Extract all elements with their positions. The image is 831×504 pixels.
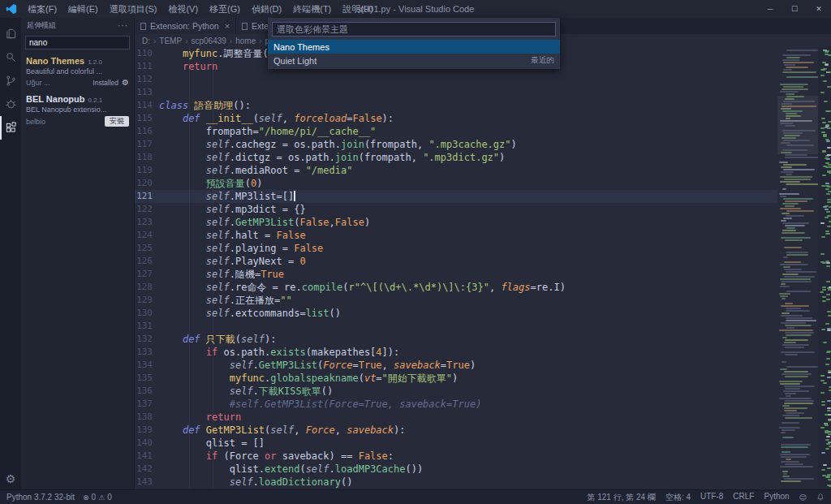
code-line-121[interactable]: 121 self.MP3list=[]: [135, 190, 777, 203]
code-line-112[interactable]: 112: [135, 73, 777, 86]
code-area[interactable]: 110 myfunc.調整音量( s111 return112113114cla…: [135, 47, 777, 489]
python-interpreter-status[interactable]: Python 3.7.2 32-bit: [6, 493, 75, 502]
extensions-icon[interactable]: [0, 116, 21, 140]
menu-item-8[interactable]: 說明(H): [337, 0, 378, 18]
status-item-5[interactable]: Python: [764, 492, 789, 503]
more-actions-icon[interactable]: ···: [118, 21, 128, 30]
line-number: 136: [135, 385, 159, 398]
error-icon: ⊗: [83, 493, 89, 502]
menu-item-1[interactable]: 檔案(F): [22, 0, 62, 18]
extension-install-button[interactable]: 安裝: [105, 116, 129, 127]
extension-list-item[interactable]: BEL Nanopub0.2.1BEL Nanopub extensio...b…: [21, 91, 134, 131]
code-line-135[interactable]: 135 myfunc.globalspeakname(vt="開始下載歌單"): [135, 372, 777, 385]
status-item-4[interactable]: CRLF: [733, 492, 754, 503]
status-item-1[interactable]: 第 121 行, 第 24 欄: [587, 492, 655, 503]
code-line-126[interactable]: 126 self.PlayNext = 0: [135, 255, 777, 268]
code-line-113[interactable]: 113: [135, 86, 777, 99]
code-line-122[interactable]: 122 self.mp3dict = {}: [135, 203, 777, 216]
code-line-115[interactable]: 115 def __init__(self, forceload=False):: [135, 112, 777, 125]
code-line-114[interactable]: 114class 語音助理():: [135, 99, 777, 112]
code-line-128[interactable]: 128 self.re命令 = re.compile(r"^\[(\d+\.*\…: [135, 281, 777, 294]
code-line-117[interactable]: 117 self.cachegz = os.path.join(frompath…: [135, 138, 777, 151]
code-line-139[interactable]: 139 def GetMP3List(self, Force, saveback…: [135, 424, 777, 437]
search-icon[interactable]: [0, 45, 21, 69]
code-line-137[interactable]: 137 #self.GetMP3List(Force=True, savebac…: [135, 398, 777, 411]
overview-ruler[interactable]: [818, 47, 831, 489]
minimap-line: [784, 135, 800, 136]
menu-item-3[interactable]: 選取項目(S): [104, 0, 163, 18]
code-line-132[interactable]: 132 def 只下載(self):: [135, 333, 777, 346]
overview-mark: [822, 296, 826, 298]
overview-mark: [827, 201, 831, 203]
tab-1[interactable]: Extension: Python×: [135, 18, 236, 34]
quick-pick-item-quiet-light[interactable]: Quiet Light最近的: [268, 54, 560, 67]
maximize-button[interactable]: ☐: [782, 0, 807, 18]
code-line-133[interactable]: 133 if os.path.exists(makepathes[4]):: [135, 346, 777, 359]
tab-close-icon[interactable]: ×: [225, 21, 230, 31]
menu-item-6[interactable]: 偵錯(D): [246, 0, 287, 18]
minimap-line: [779, 293, 790, 295]
minimap-line: [786, 254, 808, 256]
code-line-116[interactable]: 116 frompath="/home/pi/__cache__": [135, 125, 777, 138]
minimap-line: [777, 249, 818, 251]
line-number: 119: [135, 164, 159, 177]
minimap-line: [786, 96, 804, 97]
minimap-line: [785, 154, 808, 156]
code-line-141[interactable]: 141 if (Force or saveback) == False:: [135, 450, 777, 463]
menu-item-2[interactable]: 編輯(E): [62, 0, 104, 18]
quick-pick-input[interactable]: [272, 22, 556, 37]
source-control-icon[interactable]: [0, 69, 21, 93]
code-line-123[interactable]: 123 self.GetMP3List(False,False): [135, 216, 777, 229]
breadcrumb-item[interactable]: home: [235, 37, 256, 45]
menu-item-7[interactable]: 終端機(T): [287, 0, 337, 18]
code-line-124[interactable]: 124 self.halt = False: [135, 229, 777, 242]
code-line-120[interactable]: 120 預設音量(0): [135, 177, 777, 190]
code-line-118[interactable]: 118 self.dictgz = os.path.join(frompath,…: [135, 151, 777, 164]
minimap-line: [781, 312, 790, 314]
code-line-140[interactable]: 140 qlist = []: [135, 437, 777, 450]
menu-item-5[interactable]: 移至(G): [204, 0, 246, 18]
minimap-line: [784, 247, 802, 248]
close-button[interactable]: ✕: [807, 0, 831, 18]
code-line-129[interactable]: 129 self.正在播放="": [135, 294, 777, 307]
extensions-search-input[interactable]: [25, 36, 130, 50]
menu-item-4[interactable]: 檢視(V): [162, 0, 204, 18]
minimap-line: [782, 415, 799, 416]
overview-mark: [828, 372, 831, 373]
breadcrumb-item[interactable]: D:: [142, 37, 150, 45]
minimap-line: [779, 427, 800, 429]
overview-mark: [827, 407, 831, 409]
problems-status[interactable]: ⊗ 0 ⚠ 0: [83, 493, 112, 502]
notifications-bell-icon[interactable]: [816, 493, 825, 502]
minimap-line: [781, 315, 803, 317]
quick-pick-item-nano-themes[interactable]: Nano Themes: [268, 40, 560, 54]
code-line-125[interactable]: 125 self.playing = False: [135, 242, 777, 255]
code-line-131[interactable]: 131: [135, 320, 777, 333]
code-line-134[interactable]: 134 self.GetMP3List(Force=True, saveback…: [135, 359, 777, 372]
overview-mark: [821, 404, 825, 406]
minimap-line: [779, 398, 812, 399]
minimap[interactable]: [777, 47, 818, 489]
extension-gear-icon[interactable]: ⚙: [122, 78, 129, 87]
code-line-127[interactable]: 127 self.隨機=True: [135, 268, 777, 281]
extension-list-item[interactable]: Nano Themes1.2.0Beautiful and colorful .…: [21, 53, 134, 91]
status-item-2[interactable]: 空格: 4: [665, 492, 691, 503]
code-line-138[interactable]: 138 return: [135, 411, 777, 424]
minimize-button[interactable]: ─: [758, 0, 782, 18]
minimap-line: [777, 424, 818, 426]
minimap-line: [784, 403, 813, 404]
line-number: 130: [135, 307, 159, 320]
code-line-119[interactable]: 119 self.mediaRoot = "/media": [135, 164, 777, 177]
code-line-136[interactable]: 136 self.下載KISS歌單(): [135, 385, 777, 398]
code-line-143[interactable]: 143 self.loadDictionary(): [135, 476, 777, 489]
settings-gear-icon[interactable]: ⚙: [6, 472, 16, 485]
status-item-3[interactable]: UTF-8: [700, 492, 723, 503]
breadcrumb-item[interactable]: TEMP: [159, 37, 182, 45]
code-line-130[interactable]: 130 self.extcommands=list(): [135, 307, 777, 320]
code-line-142[interactable]: 142 qlist.extend(self.loadMP3Cache()): [135, 463, 777, 476]
overview-mark: [823, 68, 827, 70]
feedback-smiley-icon[interactable]: ☺: [799, 493, 807, 502]
debug-icon[interactable]: [0, 93, 21, 116]
explorer-icon[interactable]: [0, 22, 21, 45]
breadcrumb-item[interactable]: scp06439: [191, 37, 226, 45]
